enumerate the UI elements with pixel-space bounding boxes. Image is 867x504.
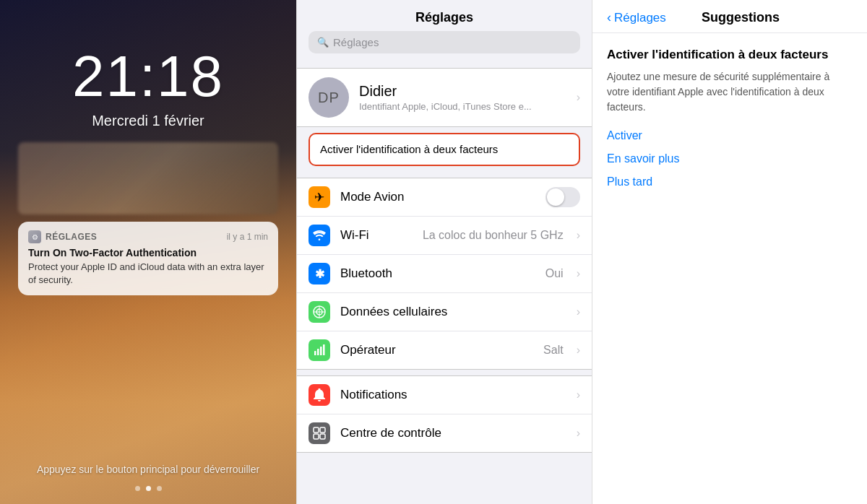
- svg-rect-8: [314, 434, 319, 439]
- suggestions-description: Ajoutez une mesure de sécurité supplémen…: [607, 69, 853, 115]
- bluetooth-chevron: ›: [577, 267, 580, 280]
- carrier-icon: [309, 339, 330, 361]
- settings-panel: Réglages 🔍 Réglages DP Didier Identifian…: [296, 0, 592, 504]
- lock-dots: [135, 486, 162, 491]
- lock-date: Mercredi 1 février: [92, 113, 204, 129]
- svg-rect-3: [317, 349, 319, 355]
- wifi-label: Wi-Fi: [340, 228, 413, 243]
- profile-row[interactable]: DP Didier Identifiant Apple, iCloud, iTu…: [297, 69, 592, 126]
- suggestions-nav: ‹ Réglages Suggestions: [592, 0, 867, 33]
- notifications-icon: [309, 384, 330, 406]
- bluetooth-label: Bluetooth: [340, 266, 535, 281]
- suggestions-content: Activer l'identification à deux facteurs…: [592, 33, 867, 213]
- svg-rect-5: [323, 344, 325, 355]
- profile-subtitle: Identifiant Apple, iCloud, iTunes Store …: [359, 101, 566, 112]
- control-center-chevron: ›: [577, 427, 580, 440]
- profile-info: Didier Identifiant Apple, iCloud, iTunes…: [359, 83, 566, 112]
- back-button[interactable]: ‹ Réglages: [607, 10, 666, 25]
- settings-header: Réglages 🔍 Réglages: [297, 0, 592, 59]
- svg-rect-4: [320, 347, 322, 355]
- back-chevron-icon: ‹: [607, 10, 611, 25]
- control-center-label: Centre de contrôle: [340, 426, 566, 440]
- connectivity-group: ✈ Mode Avion Wi-Fi La coloc du bonheur 5…: [297, 178, 592, 370]
- back-label: Réglages: [614, 11, 666, 25]
- later-link[interactable]: Plus tard: [607, 175, 853, 188]
- carrier-value: Salt: [543, 344, 564, 357]
- cellular-row[interactable]: Données cellulaires ›: [297, 292, 592, 331]
- notifications-row[interactable]: Notifications ›: [297, 376, 592, 414]
- cellular-label: Données cellulaires: [340, 305, 566, 319]
- wifi-row[interactable]: Wi-Fi La coloc du bonheur 5 GHz ›: [297, 216, 592, 254]
- lock-dot-3: [157, 486, 162, 491]
- svg-rect-2: [314, 351, 316, 355]
- notification-card[interactable]: ⚙ RÉGLAGES il y a 1 min Turn On Two-Fact…: [18, 222, 278, 295]
- activate-link[interactable]: Activer: [607, 129, 853, 142]
- learn-more-link[interactable]: En savoir plus: [607, 152, 853, 165]
- bluetooth-row[interactable]: ✱ Bluetooth Oui ›: [297, 254, 592, 292]
- notification-title: Turn On Two-Factor Authentication: [28, 247, 268, 258]
- carrier-label: Opérateur: [340, 343, 533, 357]
- search-icon: 🔍: [317, 37, 329, 48]
- wifi-chevron: ›: [577, 229, 580, 242]
- notification-app: ⚙ RÉGLAGES: [28, 230, 97, 243]
- cellular-chevron: ›: [577, 305, 580, 318]
- carrier-row[interactable]: Opérateur Salt ›: [297, 331, 592, 369]
- lock-photo-blur: [18, 142, 278, 214]
- cellular-icon: [309, 301, 330, 323]
- airplane-toggle[interactable]: [545, 187, 580, 207]
- notifications-chevron: ›: [577, 388, 580, 401]
- suggestions-heading: Activer l'identification à deux facteurs: [607, 48, 853, 62]
- airplane-mode-row[interactable]: ✈ Mode Avion: [297, 178, 592, 216]
- bluetooth-icon: ✱: [309, 263, 330, 284]
- settings-title: Réglages: [309, 10, 580, 25]
- lock-bottom-text: Appuyez sur le bouton principal pour dév…: [37, 464, 259, 475]
- profile-avatar: DP: [309, 77, 349, 118]
- two-factor-text: Activer l'identification à deux facteurs: [320, 143, 498, 155]
- airplane-mode-label: Mode Avion: [340, 190, 535, 204]
- bluetooth-value: Oui: [545, 267, 564, 280]
- settings-search-bar[interactable]: 🔍 Réglages: [309, 31, 580, 53]
- suggestions-panel: ‹ Réglages Suggestions Activer l'identif…: [592, 0, 867, 504]
- lock-dot-1: [135, 486, 140, 491]
- notifications-label: Notifications: [340, 388, 566, 402]
- profile-section: DP Didier Identifiant Apple, iCloud, iTu…: [297, 68, 592, 127]
- search-placeholder: Réglages: [333, 36, 379, 48]
- lock-screen: 21:18 Mercredi 1 février ⚙ RÉGLAGES il y…: [0, 0, 296, 504]
- notifications-group: Notifications › Centre de contrôle ›: [297, 375, 592, 453]
- wifi-value: La coloc du bonheur 5 GHz: [423, 229, 564, 242]
- svg-rect-7: [320, 427, 325, 433]
- notification-app-name: RÉGLAGES: [46, 232, 97, 242]
- two-factor-banner[interactable]: Activer l'identification à deux facteurs: [309, 133, 580, 166]
- wifi-icon: [309, 225, 330, 246]
- lock-time: 21:18: [72, 43, 224, 110]
- svg-rect-6: [314, 427, 319, 433]
- profile-name: Didier: [359, 83, 566, 100]
- control-center-icon: [309, 422, 330, 444]
- airplane-icon: ✈: [309, 186, 330, 208]
- carrier-chevron: ›: [577, 344, 580, 357]
- lock-dot-2: [146, 486, 151, 491]
- profile-chevron: ›: [577, 91, 580, 104]
- svg-rect-9: [320, 434, 325, 439]
- notification-time: il y a 1 min: [227, 232, 268, 242]
- notification-header: ⚙ RÉGLAGES il y a 1 min: [28, 230, 268, 243]
- settings-app-icon: ⚙: [28, 230, 41, 243]
- notification-body: Protect your Apple ID and iCloud data wi…: [28, 261, 268, 287]
- suggestions-title: Suggestions: [672, 10, 809, 25]
- control-center-row[interactable]: Centre de contrôle ›: [297, 414, 592, 452]
